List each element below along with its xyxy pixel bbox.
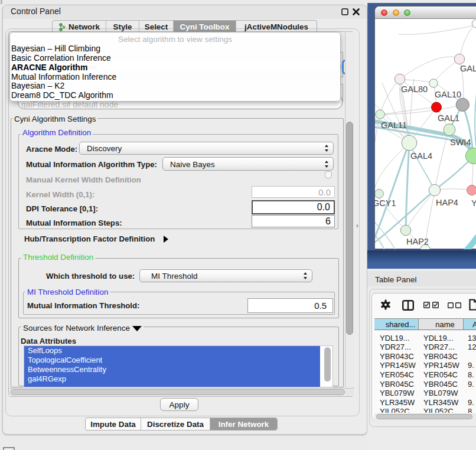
svg-text:SWI4: SWI4 — [450, 138, 471, 147]
svg-text:HAP4: HAP4 — [436, 198, 458, 207]
svg-text:GAL2: GAL2 — [460, 64, 476, 73]
svg-text:GAL80: GAL80 — [401, 84, 428, 94]
svg-text:YER: YER — [471, 198, 476, 208]
svg-text:HAP2: HAP2 — [406, 237, 429, 246]
svg-text:GAL11: GAL11 — [381, 120, 407, 130]
svg-text:GAL1: GAL1 — [438, 113, 459, 123]
svg-text:GAL4: GAL4 — [410, 151, 432, 161]
svg-text:GAL10: GAL10 — [435, 90, 461, 99]
svg-text:GCY1: GCY1 — [375, 198, 396, 208]
